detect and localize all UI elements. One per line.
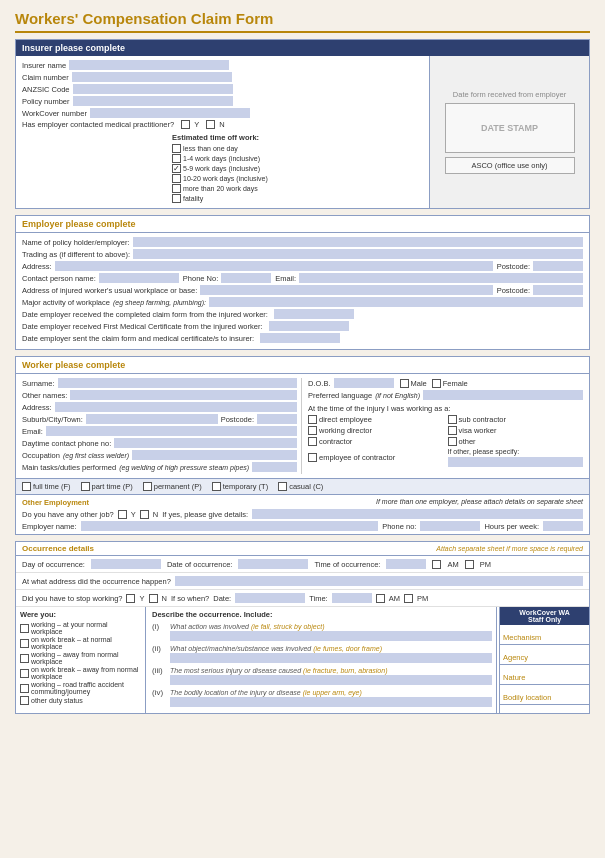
hours-input[interactable] [543,521,583,531]
visa-worker-cb[interactable] [448,426,457,435]
employer-trading-input[interactable] [133,249,583,259]
stop-y-cb[interactable] [126,594,135,603]
surname-input[interactable] [58,378,297,388]
worker-postcode-input[interactable] [533,285,583,295]
time-cb-1[interactable] [172,154,181,163]
other-phone-input[interactable] [420,521,480,531]
day-occ-input[interactable] [91,559,161,569]
nature-item: Nature [500,665,589,685]
major-activity-input[interactable] [209,297,583,307]
temporary-cb[interactable] [212,482,221,491]
occ-answer-iv[interactable] [170,697,492,707]
email-input2[interactable] [46,426,297,436]
male-checkbox[interactable] [400,379,409,388]
time-cb-4[interactable] [172,184,181,193]
occupation-label: Occupation [22,451,60,460]
other-cb[interactable] [448,437,457,446]
were-you-cb-4[interactable] [20,684,29,693]
insurer-name-input[interactable] [69,60,229,70]
date-occ-input[interactable] [238,559,308,569]
employer-contacted-y-checkbox[interactable] [181,120,190,129]
contact-person-input[interactable] [99,273,179,283]
stop-am-cb[interactable] [376,594,385,603]
working-director-cb[interactable] [308,426,317,435]
occ-answer-i[interactable] [170,631,492,641]
pref-lang-input[interactable] [423,390,583,400]
other-job-n-cb[interactable] [140,510,149,519]
direct-employee-cb[interactable] [308,415,317,424]
time-occ-input[interactable] [386,559,426,569]
fulltime-cb[interactable] [22,482,31,491]
were-you-cb-3[interactable] [20,669,29,678]
other-job-details-input[interactable] [252,509,583,519]
employer-address-input[interactable] [55,261,493,271]
permanent-cb[interactable] [143,482,152,491]
parttime-cb[interactable] [81,482,90,491]
asco-label: ASCO (office use only) [471,161,547,170]
were-you-cb-0[interactable] [20,624,29,633]
other-phone-label: Phone no: [382,522,416,531]
time-cb-2[interactable] [172,164,181,173]
time-cb-0[interactable] [172,144,181,153]
time-cb-5[interactable] [172,194,181,203]
if-other-input[interactable] [448,457,584,467]
time-option-5: fatality [172,194,423,203]
agency-item: Agency [500,645,589,665]
stop-am-label: AM [389,594,400,603]
policy-label: Policy number [22,97,70,106]
employer-contacted-y-label: Y [194,120,199,129]
employer-policy-input[interactable] [133,237,583,247]
tasks-input[interactable] [252,462,297,472]
employee-contractor-item: employee of contractor [308,448,444,467]
dob-input[interactable] [334,378,394,388]
anzsic-input[interactable] [73,84,233,94]
employer-contacted-n-checkbox[interactable] [206,120,215,129]
were-you-cb-5[interactable] [20,696,29,705]
employer-postcode-input[interactable] [533,261,583,271]
date-claim-input[interactable] [274,309,354,319]
female-label: Female [443,379,468,388]
phone-input2[interactable] [114,438,297,448]
claim-number-input[interactable] [72,72,232,82]
stop-n-cb[interactable] [149,594,158,603]
email-label: Email: [275,274,296,283]
other-job-y-cb[interactable] [118,510,127,519]
casual-cb[interactable] [278,482,287,491]
worker-address-input[interactable] [200,285,492,295]
policy-input[interactable] [73,96,233,106]
bodily-location-item: Bodily location [500,685,589,705]
suburb-input[interactable] [86,414,218,424]
email-input[interactable] [299,273,583,283]
am-cb[interactable] [432,560,441,569]
hours-label: Hours per week: [484,522,539,531]
other-names-input[interactable] [70,390,297,400]
stop-time-input[interactable] [332,593,372,603]
employee-contractor-cb[interactable] [308,453,317,462]
phone-label2: Daytime contact phone no: [22,439,111,448]
workcover-input[interactable] [90,108,250,118]
postcode-input2[interactable] [257,414,297,424]
were-you-cb-2[interactable] [20,654,29,663]
other-employer-name-input[interactable] [81,521,379,531]
were-you-cb-1[interactable] [20,639,29,648]
male-label: Male [411,379,427,388]
date-medical-input[interactable] [269,321,349,331]
stop-pm-cb[interactable] [404,594,413,603]
date-sent-input[interactable] [260,333,340,343]
female-checkbox[interactable] [432,379,441,388]
phone-input[interactable] [221,273,271,283]
occ-address-input[interactable] [175,576,583,586]
time-cb-3[interactable] [172,174,181,183]
stop-date-input[interactable] [235,593,305,603]
worker-address-input2[interactable] [55,402,297,412]
visa-worker-item: visa worker [448,426,584,435]
occ-answer-iii[interactable] [170,675,492,685]
suburb-label: Suburb/City/Town: [22,415,83,424]
occ-answer-ii[interactable] [170,653,492,663]
sub-contractor-cb[interactable] [448,415,457,424]
worker-section: Worker please complete Surname: Other na… [15,356,590,535]
date-occ-label: Date of occurrence: [167,560,232,569]
occupation-input[interactable] [132,450,297,460]
pm-cb[interactable] [465,560,474,569]
contractor-cb[interactable] [308,437,317,446]
